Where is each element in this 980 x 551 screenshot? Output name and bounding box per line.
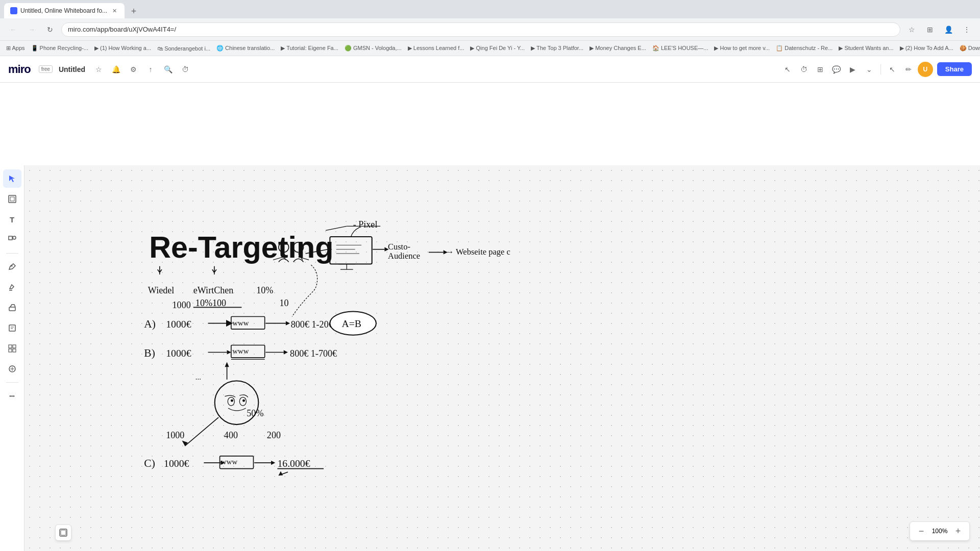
bookmark-2[interactable]: ▶ (1) How Working a... (94, 45, 151, 52)
user-avatar[interactable]: U (918, 62, 933, 77)
reload-button[interactable]: ↻ (43, 22, 57, 37)
bookmark-strip: ⊞ Apps 📱 Phone Recycling-... ▶ (1) How W… (0, 41, 980, 56)
settings-button[interactable]: ⚙ (126, 62, 140, 77)
canvas[interactable]: Re-Targeting Wiedel eWirtChen 10% 1000 1… (24, 165, 980, 551)
miro-bar-right: ↖ ⏱ ⊞ 💬 ▶ ⌄ ↖ ✏ U Share (780, 62, 972, 77)
back-button[interactable]: ← (6, 22, 20, 37)
svg-text:Audience: Audience (388, 251, 420, 261)
apps-tool[interactable] (3, 360, 21, 378)
eraser-tool[interactable] (3, 298, 21, 317)
note-tool[interactable] (3, 319, 21, 337)
highlighter-tool[interactable] (3, 278, 21, 296)
pages-button[interactable] (55, 524, 71, 541)
tab-bar: Untitled, Online Whiteboard fo... ✕ + (0, 0, 980, 18)
tab-title: Untitled, Online Whiteboard fo... (20, 7, 107, 14)
bookmark-star[interactable]: ☆ (904, 22, 919, 37)
bookmark-11[interactable]: 🏠 LEE'S HOUSE—... (652, 45, 708, 52)
bookmark-7[interactable]: ▶ Lessons Learned f... (408, 45, 464, 52)
text-tool[interactable]: T (3, 210, 21, 229)
shapes-tool[interactable] (3, 231, 21, 249)
svg-text:eWirtChen: eWirtChen (193, 285, 234, 295)
svg-rect-9 (13, 349, 16, 352)
svg-text:→ Webseite page c: → Webseite page c (446, 247, 510, 257)
timer-button[interactable]: ⏱ (178, 62, 192, 77)
zoom-out-button[interactable]: − (914, 524, 928, 538)
comment-button[interactable]: 💬 (829, 62, 844, 77)
title-star-button[interactable]: ☆ (91, 62, 106, 77)
bookmark-15[interactable]: ▶ (2) How To Add A... (900, 45, 953, 52)
bookmark-14[interactable]: ▶ Student Wants an... (839, 45, 893, 52)
url-input[interactable]: miro.com/app/board/uXjVOwA4IT4=/ (61, 22, 900, 37)
present-button[interactable]: ▶ (846, 62, 860, 77)
bookmark-9[interactable]: ▶ The Top 3 Platfor... (531, 45, 583, 52)
grid-button[interactable]: ⊞ (813, 62, 827, 77)
svg-text:C): C) (144, 457, 155, 469)
grid-tool[interactable] (3, 339, 21, 358)
bookmark-13[interactable]: 📋 Datenschutz - Re... (776, 45, 832, 52)
cursor-mode-button[interactable]: ↖ (780, 62, 795, 77)
sidebar-separator-1 (6, 253, 18, 254)
url-text: miro.com/app/board/uXjVOwA4IT4=/ (68, 26, 176, 33)
svg-marker-54 (279, 471, 283, 475)
svg-text:800€ 1-700€: 800€ 1-700€ (290, 348, 337, 359)
forward-button[interactable]: → (24, 22, 39, 37)
bookmark-5[interactable]: ▶ Tutorial: Eigene Fa... (281, 45, 338, 52)
active-tab[interactable]: Untitled, Online Whiteboard fo... ✕ (4, 3, 125, 18)
notifications-button[interactable]: 🔔 (109, 62, 123, 77)
svg-text:50%: 50% (247, 408, 263, 418)
share-button[interactable]: Share (937, 62, 972, 76)
svg-rect-58 (330, 237, 372, 264)
svg-text:Custo-: Custo- (388, 242, 410, 252)
separator (880, 64, 881, 74)
svg-marker-22 (286, 321, 290, 325)
whiteboard-drawing: Re-Targeting Wiedel eWirtChen 10% 1000 1… (24, 165, 980, 551)
export-button[interactable]: ↑ (143, 62, 158, 77)
svg-text:www: www (232, 319, 249, 327)
extensions-button[interactable]: ⊞ (923, 22, 937, 37)
svg-text:A): A) (144, 318, 156, 330)
board-title[interactable]: Untitled (59, 65, 85, 73)
svg-point-39 (231, 399, 233, 402)
svg-text:16.000€: 16.000€ (277, 458, 310, 469)
view-controls: ↖ ⏱ ⊞ 💬 ▶ ⌄ ↖ ✏ U (780, 62, 933, 77)
menu-button[interactable]: ⋮ (960, 22, 974, 37)
svg-rect-2 (9, 236, 12, 240)
clock-button[interactable]: ⏱ (797, 62, 811, 77)
select-tool[interactable] (3, 169, 21, 188)
dropdown-button[interactable]: ⌄ (862, 62, 876, 77)
svg-text:Wiedel: Wiedel (148, 285, 175, 295)
bookmark-8[interactable]: ▶ Qing Fei De Yi - Y... (470, 45, 525, 52)
bookmark-12[interactable]: ▶ How to get more v... (714, 45, 770, 52)
cursor-icon[interactable]: ↖ (885, 62, 899, 77)
bookmark-3[interactable]: 🛍 Sonderangebot i... (157, 45, 210, 52)
new-tab-button[interactable]: + (127, 4, 141, 18)
bookmark-16[interactable]: 🍪 Download - Cooki... (960, 45, 980, 52)
bookmark-10[interactable]: ▶ Money Changes E... (590, 45, 646, 52)
svg-rect-1 (10, 197, 14, 201)
pen-icon[interactable]: ✏ (901, 62, 916, 77)
svg-point-3 (13, 236, 16, 239)
profile-button[interactable]: 👤 (941, 22, 955, 37)
svg-text:10%: 10% (256, 285, 273, 295)
bookmark-6[interactable]: 🟢 GMSN - Vologda,... (345, 45, 402, 52)
bookmark-4[interactable]: 🌐 Chinese translatio... (216, 45, 275, 52)
zoom-in-button[interactable]: + (951, 524, 965, 538)
more-tools[interactable]: ••• (3, 387, 21, 405)
bookmark-apps[interactable]: ⊞ Apps (6, 45, 25, 52)
frames-tool[interactable] (3, 190, 21, 208)
svg-text:www: www (232, 347, 249, 355)
miro-toolbar: miro free Untitled ☆ 🔔 ⚙ ↑ 🔍 ⏱ ↖ ⏱ ⊞ 💬 ▶… (0, 56, 980, 83)
svg-text:A=B: A=B (341, 318, 361, 329)
tab-close-button[interactable]: ✕ (110, 7, 118, 15)
svg-marker-35 (225, 362, 229, 367)
svg-text:1000€: 1000€ (166, 347, 191, 359)
pen-tool[interactable] (3, 258, 21, 276)
svg-text:1000: 1000 (173, 300, 191, 310)
bookmark-1[interactable]: 📱 Phone Recycling-... (31, 45, 88, 52)
svg-text:www: www (221, 458, 237, 466)
search-button[interactable]: 🔍 (161, 62, 175, 77)
main-area: T ••• (0, 83, 980, 551)
pages-icon (59, 528, 68, 537)
svg-text:200: 200 (267, 430, 281, 440)
svg-text:10%100: 10%100 (195, 298, 226, 308)
